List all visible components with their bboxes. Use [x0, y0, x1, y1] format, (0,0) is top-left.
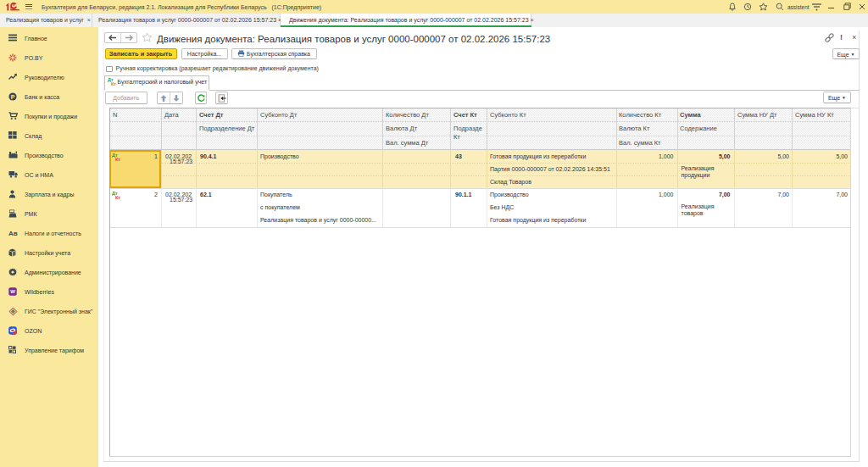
svg-text:Ав: Ав [8, 229, 18, 236]
svg-text:P: P [11, 93, 15, 99]
svg-text:W: W [10, 289, 15, 294]
